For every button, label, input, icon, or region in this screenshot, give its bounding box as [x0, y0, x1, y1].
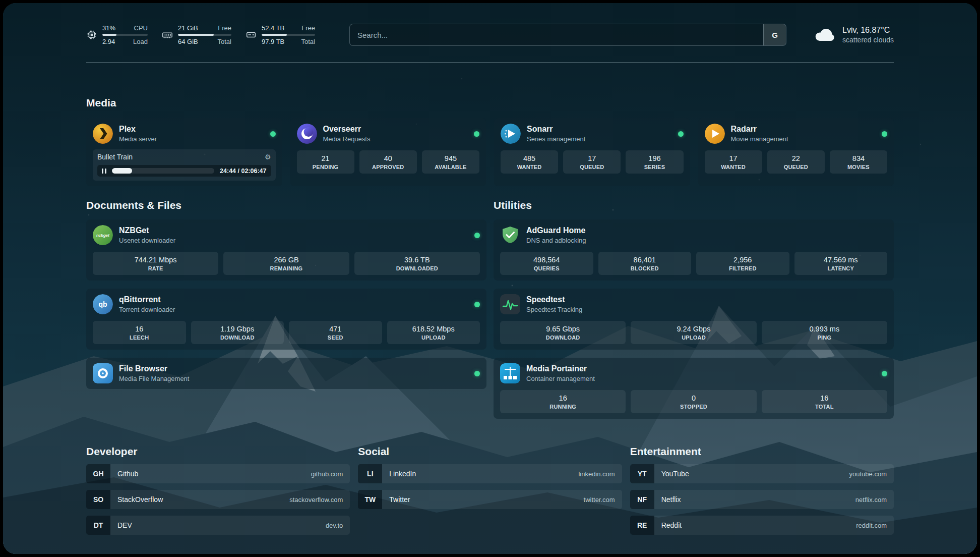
stats-row: 498,564 QUERIES 86,401 BLOCKED 2,956 FIL…	[500, 252, 887, 275]
stat-box: 86,401 BLOCKED	[598, 252, 692, 275]
stat-box: 196 SERIES	[626, 150, 683, 174]
cpu-load-label: Load	[133, 37, 148, 46]
plex-player-bar: 24:44 / 02:06:47	[97, 165, 271, 177]
overseerr-icon	[297, 124, 317, 144]
stat-label: SERIES	[628, 164, 681, 170]
stat-value: 834	[832, 154, 885, 162]
search-bar[interactable]: G	[349, 24, 786, 46]
app-name: Media Portainer	[526, 364, 595, 374]
memory-free-value: 21 GiB	[178, 24, 198, 32]
stat-value: 47.569 ms	[797, 256, 886, 264]
stat-box: 618.52 Mbps UPLOAD	[387, 321, 480, 344]
stat-label: QUERIES	[502, 265, 591, 271]
bookmark-name: Reddit	[661, 521, 682, 529]
filebrowser-card[interactable]: File Browser Media File Management	[86, 358, 486, 389]
stat-box: 9.24 Gbps UPLOAD	[631, 321, 756, 344]
bookmark-abbr: NF	[630, 490, 654, 509]
stat-value: 945	[424, 154, 477, 162]
section-title-media: Media	[86, 97, 894, 109]
qbittorrent-icon: qb	[93, 294, 113, 314]
bookmark-github[interactable]: GH Github github.com	[86, 464, 350, 483]
stat-box: 498,564 QUERIES	[500, 252, 593, 275]
app-name: AdGuard Home	[526, 226, 586, 236]
stat-box: 16 TOTAL	[762, 390, 887, 413]
stat-box: 17 WANTED	[705, 150, 762, 174]
stat-value: 21	[299, 154, 352, 162]
stat-value: 2,956	[698, 256, 787, 264]
bookmarks-entertainment: Entertainment YT YouTube youtube.com NF …	[630, 445, 894, 535]
disk-free-value: 52.4 TB	[262, 24, 284, 32]
status-online-dot	[474, 371, 480, 376]
bookmarks-social: Social LI LinkedIn linkedin.com TW Twitt…	[358, 445, 622, 509]
sonarr-card-header: Sonarr Series management	[501, 124, 684, 144]
app-name: Overseerr	[323, 124, 371, 134]
bookmark-abbr: TW	[358, 490, 382, 509]
bookmark-youtube[interactable]: YT YouTube youtube.com	[630, 464, 894, 483]
bookmark-netflix[interactable]: NF Netflix netflix.com	[630, 490, 894, 509]
stat-value: 498,564	[502, 256, 591, 264]
bookmark-name: YouTube	[661, 470, 689, 478]
stat-value: 39.6 TB	[356, 256, 478, 264]
search-input[interactable]	[350, 24, 763, 45]
pause-icon[interactable]	[102, 169, 106, 174]
search-provider-button[interactable]: G	[763, 24, 786, 45]
app-description: Speedtest Tracking	[526, 305, 582, 314]
playback-progress-track[interactable]	[112, 168, 214, 174]
cpu-load-value: 2.94	[102, 37, 115, 46]
app-name: NZBGet	[119, 226, 175, 236]
cpu-usage-value: 31%	[102, 24, 115, 32]
overseerr-card[interactable]: Overseerr Media Requests 21 PENDING 40 A…	[290, 118, 486, 186]
app-description: Usenet downloader	[119, 236, 175, 245]
stat-value: 266 GB	[225, 256, 347, 264]
bookmark-name: DEV	[117, 521, 132, 529]
playback-time: 24:44 / 02:06:47	[220, 168, 266, 175]
stat-label: UPLOAD	[633, 335, 754, 341]
section-utilities: Utilities	[494, 199, 894, 419]
cloud-icon	[814, 27, 836, 43]
adguard-card[interactable]: AdGuard Home DNS and adblocking 498,564 …	[494, 219, 894, 281]
stat-label: RUNNING	[502, 404, 624, 410]
qbittorrent-card[interactable]: qb qBittorrent Torrent downloader 16 LEE…	[86, 289, 486, 350]
stats-row: 16 RUNNING 0 STOPPED 16 TOTAL	[500, 390, 887, 413]
stat-box: 0.993 ms PING	[762, 321, 887, 344]
bookmark-reddit[interactable]: RE Reddit reddit.com	[630, 516, 894, 535]
bookmark-abbr: RE	[630, 516, 654, 535]
bookmark-host: stackoverflow.com	[289, 496, 343, 504]
stat-label: DOWNLOAD	[502, 335, 624, 341]
app-description: Movie management	[731, 135, 788, 143]
stat-label: QUEUED	[565, 164, 619, 170]
radarr-card[interactable]: Radarr Movie management 17 WANTED 22 QUE…	[698, 118, 894, 186]
status-online-dot	[882, 371, 887, 376]
memory-total-value: 64 GiB	[178, 37, 198, 46]
bookmark-twitter[interactable]: TW Twitter twitter.com	[358, 490, 622, 509]
sonarr-card[interactable]: Sonarr Series management 485 WANTED 17 Q…	[494, 118, 690, 186]
bookmark-host: reddit.com	[856, 522, 887, 529]
bookmark-dev[interactable]: DT DEV dev.to	[86, 516, 350, 535]
bookmark-abbr: DT	[86, 516, 110, 535]
plex-card[interactable]: Plex Media server Bullet Train ⚙	[86, 118, 282, 186]
middle-columns: Documents & Files nzbget	[86, 199, 894, 419]
ram-icon	[162, 29, 173, 40]
stat-box: 16 RUNNING	[500, 390, 626, 413]
status-online-dot	[474, 233, 480, 238]
stat-box: 16 LEECH	[93, 321, 186, 344]
stats-row: 17 WANTED 22 QUEUED 834 MOVIES	[705, 150, 888, 174]
bookmarks-developer: Developer GH Github github.com SO StackO…	[86, 445, 350, 535]
weather-widget[interactable]: Lviv, 16.87°C scattered clouds	[814, 26, 894, 44]
portainer-card[interactable]: Media Portainer Container management 16 …	[494, 358, 894, 419]
disk-icon	[246, 29, 257, 40]
svg-text:qb: qb	[98, 300, 107, 308]
nzbget-card[interactable]: nzbget NZBGet Usenet downloader 744.21 M…	[86, 219, 486, 281]
app-description: Container management	[526, 374, 595, 383]
plex-icon	[93, 124, 113, 144]
bookmark-stackoverflow[interactable]: SO StackOverflow stackoverflow.com	[86, 490, 350, 509]
speedtest-card[interactable]: Speedtest Speedtest Tracking 9.65 Gbps D…	[494, 289, 894, 350]
bookmark-host: twitter.com	[584, 496, 615, 504]
bookmark-linkedin[interactable]: LI LinkedIn linkedin.com	[358, 464, 622, 483]
settings-gear-icon[interactable]: ⚙	[265, 152, 271, 161]
cpu-usage-bar-fill	[102, 34, 116, 36]
stat-value: 0	[633, 394, 754, 402]
weather-condition: scattered clouds	[842, 36, 894, 44]
stat-label: SEED	[291, 335, 380, 341]
disk-free-label: Free	[301, 24, 315, 32]
